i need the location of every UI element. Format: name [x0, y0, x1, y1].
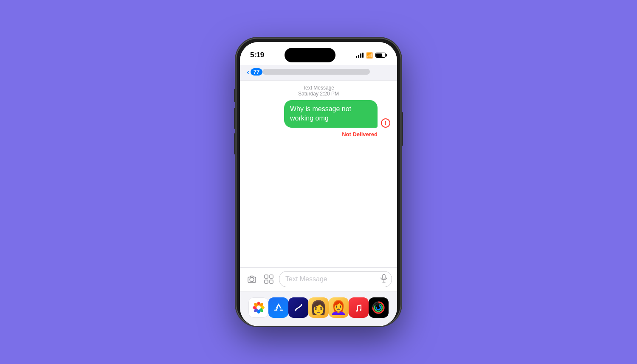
not-delivered-error-icon[interactable]: !	[381, 118, 390, 128]
contact-name-blurred	[262, 69, 370, 75]
phone-frame-wrapper: 5:19 📶 61	[236, 38, 401, 326]
svg-rect-4	[265, 280, 268, 283]
microphone-icon	[381, 274, 387, 284]
dock: 👩 👩‍🦰	[240, 291, 397, 326]
dock-icon-photos[interactable]	[248, 297, 268, 318]
dock-icon-shazam[interactable]	[288, 297, 308, 318]
svg-rect-5	[270, 280, 273, 283]
chat-area: Text Message Saturday 2:20 PM Why is mes…	[240, 81, 397, 267]
text-input-container[interactable]: Text Message	[279, 271, 392, 287]
status-time: 5:19	[250, 51, 264, 59]
dock-icon-appstore[interactable]	[268, 297, 288, 318]
status-bar: 5:19 📶 61	[240, 42, 397, 65]
battery-icon: 61	[375, 53, 387, 58]
input-row: Text Message	[245, 271, 392, 287]
message-timestamp: Saturday 2:20 PM	[247, 91, 390, 97]
service-name-label: Text Message	[247, 85, 390, 91]
message-date-header: Text Message Saturday 2:20 PM	[247, 85, 390, 97]
svg-point-17	[256, 305, 261, 310]
apps-button[interactable]	[262, 272, 276, 286]
status-icons: 📶 61	[356, 52, 387, 59]
back-button[interactable]: ‹ 77	[247, 67, 262, 76]
svg-point-0	[250, 277, 254, 282]
message-row: Why is message not working omg !	[247, 100, 390, 128]
dock-icon-memoji1[interactable]: 👩	[308, 297, 328, 318]
nav-center	[262, 69, 370, 75]
power-button	[401, 112, 403, 146]
wifi-icon: 📶	[366, 52, 373, 59]
dock-icon-music[interactable]	[349, 297, 369, 318]
back-badge-count: 77	[251, 68, 262, 76]
dynamic-island	[285, 48, 335, 62]
signal-bars-icon	[356, 53, 364, 58]
svg-rect-3	[270, 275, 273, 278]
message-bubble: Why is message not working omg	[284, 100, 378, 128]
svg-rect-2	[265, 275, 268, 278]
text-input-placeholder: Text Message	[285, 275, 381, 283]
background: 5:19 📶 61	[0, 0, 637, 364]
svg-rect-6	[383, 274, 385, 279]
input-area: Text Message	[240, 267, 397, 291]
phone-screen: 5:19 📶 61	[240, 42, 397, 326]
camera-button[interactable]	[245, 272, 259, 286]
dock-icon-fitness[interactable]	[369, 297, 389, 318]
nav-bar: ‹ 77	[240, 65, 397, 81]
back-chevron-icon: ‹	[247, 67, 250, 76]
not-delivered-label: Not Delivered	[247, 131, 390, 137]
dock-icon-memoji2[interactable]: 👩‍🦰	[329, 297, 349, 318]
